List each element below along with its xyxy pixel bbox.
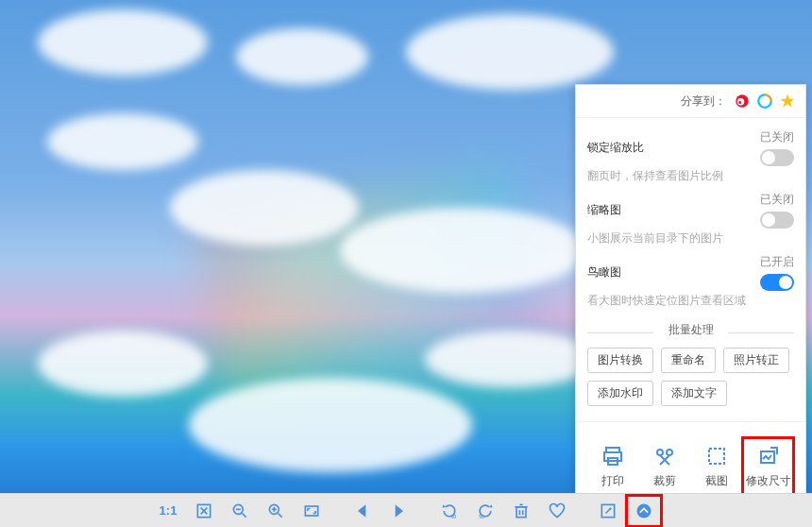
print-icon — [601, 445, 624, 468]
print-label: 打印 — [601, 473, 624, 489]
image-content — [38, 331, 208, 397]
image-content — [425, 331, 595, 387]
thumbnail-desc: 小图展示当前目录下的图片 — [587, 230, 794, 246]
svg-text:90: 90 — [479, 513, 484, 518]
fit-screen-button[interactable] — [188, 497, 220, 525]
svg-point-7 — [657, 450, 663, 455]
fullscreen-button[interactable] — [296, 497, 328, 525]
crop-button[interactable]: 裁剪 — [639, 437, 691, 497]
arrow-right-icon — [389, 502, 408, 520]
more-panel: 分享到： 锁定缩放比 已关闭 翻页时，保持查看图片比例 缩略图 已关闭 — [575, 84, 806, 527]
screenshot-button[interactable]: 截图 — [691, 437, 743, 497]
divider — [576, 421, 805, 422]
trash-icon — [512, 502, 531, 520]
crop-label: 裁剪 — [653, 473, 676, 489]
chip-photo-rotate[interactable]: 照片转正 — [723, 348, 789, 373]
weibo-icon[interactable] — [734, 93, 751, 110]
rotate-right-button[interactable]: 90 — [469, 497, 501, 525]
delete-button[interactable] — [505, 497, 537, 525]
svg-line-25 — [279, 513, 282, 517]
edit-icon — [599, 502, 617, 520]
thumbnail-title: 缩略图 — [587, 202, 621, 218]
heart-icon — [548, 502, 567, 520]
svg-point-2 — [738, 101, 741, 104]
image-content — [47, 113, 198, 170]
chevron-up-icon — [634, 502, 653, 520]
svg-point-8 — [667, 450, 672, 455]
birdview-desc: 看大图时快速定位图片查看区域 — [587, 293, 794, 309]
resize-label: 修改尺寸 — [746, 473, 791, 489]
qq-icon[interactable] — [756, 93, 773, 110]
zoom-out-icon — [230, 502, 249, 520]
image-content — [38, 9, 208, 76]
chip-rename[interactable]: 重命名 — [661, 348, 716, 373]
settings-section: 锁定缩放比 已关闭 翻页时，保持查看图片比例 缩略图 已关闭 小图展示当前目录下… — [576, 118, 805, 527]
lock-ratio-desc: 翻页时，保持查看图片比例 — [587, 168, 794, 184]
rotate-right-icon: 90 — [476, 502, 495, 520]
svg-rect-31 — [516, 506, 526, 517]
share-row: 分享到： — [576, 85, 805, 118]
chip-image-convert[interactable]: 图片转换 — [587, 348, 653, 373]
print-button[interactable]: 打印 — [587, 437, 639, 497]
screenshot-icon — [705, 445, 728, 468]
fullscreen-icon — [302, 502, 321, 520]
crop-icon — [653, 445, 676, 468]
zoom-in-icon — [266, 502, 285, 520]
image-content — [406, 14, 614, 90]
birdview-toggle[interactable] — [760, 274, 794, 291]
fit-screen-icon — [195, 502, 213, 520]
lock-ratio-status: 已关闭 — [760, 129, 794, 145]
zoom-out-button[interactable] — [224, 497, 256, 525]
share-label: 分享到： — [681, 94, 726, 110]
image-viewer-root: 分享到： 锁定缩放比 已关闭 翻页时，保持查看图片比例 缩略图 已关闭 — [0, 0, 812, 527]
screenshot-label: 截图 — [705, 473, 728, 489]
arrow-left-icon — [353, 502, 372, 520]
resize-icon — [757, 445, 780, 468]
image-content — [170, 170, 359, 246]
image-content — [236, 28, 368, 85]
image-content — [189, 378, 472, 472]
favorite-button[interactable] — [541, 497, 573, 525]
birdview-status: 已开启 — [760, 254, 794, 270]
svg-rect-5 — [604, 452, 621, 461]
svg-text:90: 90 — [451, 513, 457, 518]
bottom-toolbar: 1:1 90 90 — [0, 493, 812, 527]
rotate-left-button[interactable]: 90 — [433, 497, 465, 525]
zoom-in-button[interactable] — [260, 497, 292, 525]
birdview-title: 鸟瞰图 — [587, 264, 621, 280]
batch-chips: 图片转换 重命名 照片转正 添加水印 添加文字 — [587, 348, 794, 414]
ratio-label: 1:1 — [160, 503, 178, 518]
batch-section-title: 批量处理 — [587, 316, 794, 348]
svg-line-22 — [243, 513, 246, 517]
lock-ratio-title: 锁定缩放比 — [587, 140, 644, 156]
rotate-left-icon: 90 — [440, 502, 459, 520]
svg-point-37 — [637, 503, 651, 518]
lock-ratio-toggle[interactable] — [760, 149, 794, 166]
edit-button[interactable] — [592, 497, 624, 525]
collapse-panel-button[interactable] — [628, 497, 660, 525]
actual-size-button[interactable]: 1:1 — [152, 497, 184, 525]
prev-button[interactable] — [347, 497, 379, 525]
thumbnail-status: 已关闭 — [760, 192, 794, 208]
qzone-icon[interactable] — [779, 93, 796, 110]
image-content — [340, 208, 585, 293]
chip-add-text[interactable]: 添加文字 — [661, 381, 727, 406]
chip-watermark[interactable]: 添加水印 — [587, 381, 653, 406]
thumbnail-toggle[interactable] — [760, 212, 794, 229]
next-button[interactable] — [382, 497, 414, 525]
svg-rect-9 — [709, 449, 724, 464]
resize-button[interactable]: 修改尺寸 — [742, 437, 794, 497]
